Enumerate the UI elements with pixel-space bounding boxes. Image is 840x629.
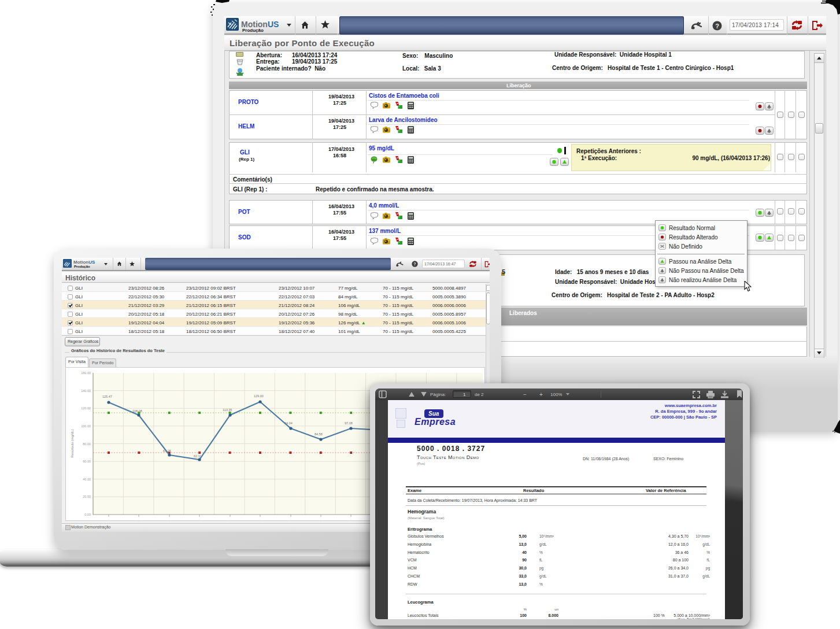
- svg-text:-: -: [138, 517, 139, 520]
- svg-text:140.00: 140.00: [81, 389, 91, 393]
- svg-text:-: -: [320, 517, 321, 520]
- svg-text:20.00: 20.00: [83, 495, 91, 498]
- svg-text:-: -: [290, 517, 291, 520]
- svg-text:62.11: 62.11: [194, 454, 201, 458]
- svg-text:-: -: [169, 517, 170, 520]
- svg-text:-: -: [260, 517, 261, 520]
- svg-text:160.00: 160.00: [81, 371, 91, 375]
- svg-text:120.00: 120.00: [81, 406, 91, 410]
- svg-text:Resultado (mg/dL): Resultado (mg/dL): [71, 429, 74, 457]
- svg-text:108.08: 108.08: [132, 409, 142, 413]
- svg-text:80.00: 80.00: [83, 442, 91, 446]
- svg-text:67.25: 67.25: [163, 449, 171, 453]
- svg-text:-: -: [230, 517, 231, 520]
- svg-text:94.04: 94.04: [284, 421, 293, 425]
- svg-text:?: ?: [413, 262, 416, 267]
- svg-text:97.08: 97.08: [345, 421, 353, 425]
- svg-text:?: ?: [715, 23, 719, 29]
- svg-text:60.00: 60.00: [83, 460, 91, 463]
- svg-text:-: -: [350, 517, 351, 520]
- svg-text:-: -: [199, 517, 200, 520]
- svg-text:0.00: 0.00: [84, 513, 91, 516]
- svg-text:125.47: 125.47: [102, 395, 112, 398]
- svg-text:40.00: 40.00: [83, 478, 91, 481]
- svg-text:100.00: 100.00: [81, 424, 91, 428]
- svg-text:129.00: 129.00: [254, 394, 264, 398]
- svg-text:84.58: 84.58: [314, 432, 323, 436]
- svg-text:113.35: 113.35: [223, 408, 232, 412]
- svg-text:-: -: [108, 517, 109, 520]
